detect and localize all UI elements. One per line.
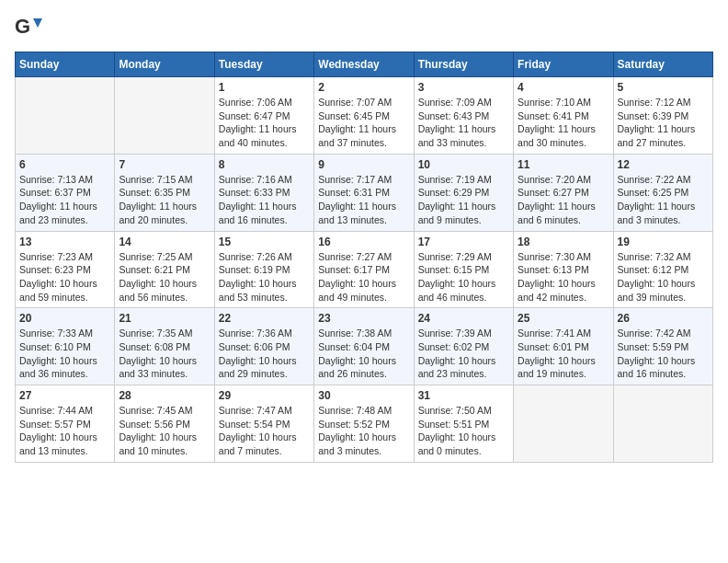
calendar-week-row: 1Sunrise: 7:06 AMSunset: 6:47 PMDaylight… bbox=[16, 77, 713, 155]
calendar-cell: 8Sunrise: 7:16 AMSunset: 6:33 PMDaylight… bbox=[214, 154, 313, 231]
day-number: 18 bbox=[518, 236, 609, 248]
calendar-cell: 26Sunrise: 7:42 AMSunset: 5:59 PMDayligh… bbox=[613, 308, 712, 385]
calendar-cell: 11Sunrise: 7:20 AMSunset: 6:27 PMDayligh… bbox=[514, 154, 613, 231]
calendar-week-row: 6Sunrise: 7:13 AMSunset: 6:37 PMDaylight… bbox=[16, 154, 713, 231]
day-detail: Sunrise: 7:45 AMSunset: 5:56 PMDaylight:… bbox=[119, 404, 210, 458]
calendar-week-row: 13Sunrise: 7:23 AMSunset: 6:23 PMDayligh… bbox=[16, 231, 713, 308]
day-number: 27 bbox=[19, 389, 110, 402]
day-detail: Sunrise: 7:29 AMSunset: 6:15 PMDaylight:… bbox=[418, 250, 509, 304]
day-number: 13 bbox=[19, 236, 110, 248]
calendar-cell: 5Sunrise: 7:12 AMSunset: 6:39 PMDaylight… bbox=[613, 77, 712, 155]
day-detail: Sunrise: 7:48 AMSunset: 5:52 PMDaylight:… bbox=[318, 404, 409, 458]
day-number: 1 bbox=[219, 81, 310, 94]
day-number: 9 bbox=[318, 158, 409, 171]
day-number: 28 bbox=[119, 389, 210, 402]
weekday-header: Friday bbox=[514, 52, 613, 77]
calendar-cell: 10Sunrise: 7:19 AMSunset: 6:29 PMDayligh… bbox=[414, 154, 513, 231]
day-number: 22 bbox=[219, 312, 310, 325]
calendar-cell: 20Sunrise: 7:33 AMSunset: 6:10 PMDayligh… bbox=[16, 308, 115, 385]
calendar-cell: 28Sunrise: 7:45 AMSunset: 5:56 PMDayligh… bbox=[115, 385, 214, 463]
calendar-cell: 16Sunrise: 7:27 AMSunset: 6:17 PMDayligh… bbox=[314, 231, 414, 308]
day-detail: Sunrise: 7:26 AMSunset: 6:19 PMDaylight:… bbox=[219, 250, 310, 304]
calendar-cell: 31Sunrise: 7:50 AMSunset: 5:51 PMDayligh… bbox=[414, 385, 513, 463]
calendar-header: SundayMondayTuesdayWednesdayThursdayFrid… bbox=[16, 52, 713, 77]
day-detail: Sunrise: 7:42 AMSunset: 5:59 PMDaylight:… bbox=[618, 327, 709, 381]
day-detail: Sunrise: 7:41 AMSunset: 6:01 PMDaylight:… bbox=[518, 327, 609, 381]
calendar-cell: 17Sunrise: 7:29 AMSunset: 6:15 PMDayligh… bbox=[414, 231, 513, 308]
weekday-row: SundayMondayTuesdayWednesdayThursdayFrid… bbox=[16, 52, 713, 77]
day-number: 31 bbox=[418, 389, 509, 402]
day-number: 8 bbox=[219, 158, 310, 171]
day-number: 4 bbox=[518, 81, 609, 94]
day-number: 10 bbox=[418, 158, 509, 171]
calendar-cell: 7Sunrise: 7:15 AMSunset: 6:35 PMDaylight… bbox=[115, 154, 214, 231]
day-number: 14 bbox=[119, 236, 210, 248]
day-number: 11 bbox=[518, 158, 609, 171]
calendar-cell: 9Sunrise: 7:17 AMSunset: 6:31 PMDaylight… bbox=[314, 154, 414, 231]
day-number: 26 bbox=[618, 312, 709, 325]
day-detail: Sunrise: 7:32 AMSunset: 6:12 PMDaylight:… bbox=[618, 250, 709, 304]
calendar-cell: 23Sunrise: 7:38 AMSunset: 6:04 PMDayligh… bbox=[314, 308, 414, 385]
day-detail: Sunrise: 7:35 AMSunset: 6:08 PMDaylight:… bbox=[119, 327, 210, 381]
calendar-cell: 15Sunrise: 7:26 AMSunset: 6:19 PMDayligh… bbox=[214, 231, 313, 308]
day-number: 30 bbox=[318, 389, 409, 402]
day-number: 17 bbox=[418, 236, 509, 248]
day-detail: Sunrise: 7:06 AMSunset: 6:47 PMDaylight:… bbox=[219, 96, 310, 150]
day-number: 23 bbox=[318, 312, 409, 325]
calendar-table: SundayMondayTuesdayWednesdayThursdayFrid… bbox=[15, 52, 713, 463]
calendar-cell: 2Sunrise: 7:07 AMSunset: 6:45 PMDaylight… bbox=[314, 77, 414, 155]
calendar-cell bbox=[514, 385, 613, 463]
day-detail: Sunrise: 7:38 AMSunset: 6:04 PMDaylight:… bbox=[318, 327, 409, 381]
day-detail: Sunrise: 7:15 AMSunset: 6:35 PMDaylight:… bbox=[119, 173, 210, 227]
page-header: G bbox=[15, 15, 713, 42]
day-number: 29 bbox=[219, 389, 310, 402]
day-detail: Sunrise: 7:12 AMSunset: 6:39 PMDaylight:… bbox=[618, 96, 709, 150]
calendar-cell: 14Sunrise: 7:25 AMSunset: 6:21 PMDayligh… bbox=[115, 231, 214, 308]
day-detail: Sunrise: 7:33 AMSunset: 6:10 PMDaylight:… bbox=[19, 327, 110, 381]
weekday-header: Thursday bbox=[414, 52, 513, 77]
calendar-cell: 25Sunrise: 7:41 AMSunset: 6:01 PMDayligh… bbox=[514, 308, 613, 385]
logo: G bbox=[15, 15, 44, 42]
calendar-cell: 1Sunrise: 7:06 AMSunset: 6:47 PMDaylight… bbox=[214, 77, 313, 155]
day-number: 20 bbox=[19, 312, 110, 325]
weekday-header: Saturday bbox=[613, 52, 712, 77]
day-detail: Sunrise: 7:10 AMSunset: 6:41 PMDaylight:… bbox=[518, 96, 609, 150]
calendar-week-row: 27Sunrise: 7:44 AMSunset: 5:57 PMDayligh… bbox=[16, 385, 713, 463]
weekday-header: Wednesday bbox=[314, 52, 414, 77]
day-number: 6 bbox=[19, 158, 110, 171]
calendar-cell: 19Sunrise: 7:32 AMSunset: 6:12 PMDayligh… bbox=[613, 231, 712, 308]
day-detail: Sunrise: 7:36 AMSunset: 6:06 PMDaylight:… bbox=[219, 327, 310, 381]
calendar-cell: 12Sunrise: 7:22 AMSunset: 6:25 PMDayligh… bbox=[613, 154, 712, 231]
weekday-header: Monday bbox=[115, 52, 214, 77]
day-number: 15 bbox=[219, 236, 310, 248]
logo-icon: G bbox=[15, 15, 42, 42]
calendar-cell: 4Sunrise: 7:10 AMSunset: 6:41 PMDaylight… bbox=[514, 77, 613, 155]
weekday-header: Sunday bbox=[16, 52, 115, 77]
day-detail: Sunrise: 7:27 AMSunset: 6:17 PMDaylight:… bbox=[318, 250, 409, 304]
day-number: 24 bbox=[418, 312, 509, 325]
day-number: 21 bbox=[119, 312, 210, 325]
calendar-cell bbox=[16, 77, 115, 155]
day-detail: Sunrise: 7:20 AMSunset: 6:27 PMDaylight:… bbox=[518, 173, 609, 227]
calendar-cell: 27Sunrise: 7:44 AMSunset: 5:57 PMDayligh… bbox=[16, 385, 115, 463]
calendar-cell: 3Sunrise: 7:09 AMSunset: 6:43 PMDaylight… bbox=[414, 77, 513, 155]
day-detail: Sunrise: 7:07 AMSunset: 6:45 PMDaylight:… bbox=[318, 96, 409, 150]
calendar-body: 1Sunrise: 7:06 AMSunset: 6:47 PMDaylight… bbox=[16, 77, 713, 463]
day-detail: Sunrise: 7:25 AMSunset: 6:21 PMDaylight:… bbox=[119, 250, 210, 304]
calendar-cell: 13Sunrise: 7:23 AMSunset: 6:23 PMDayligh… bbox=[16, 231, 115, 308]
day-detail: Sunrise: 7:47 AMSunset: 5:54 PMDaylight:… bbox=[219, 404, 310, 458]
day-detail: Sunrise: 7:30 AMSunset: 6:13 PMDaylight:… bbox=[518, 250, 609, 304]
calendar-cell: 24Sunrise: 7:39 AMSunset: 6:02 PMDayligh… bbox=[414, 308, 513, 385]
day-detail: Sunrise: 7:39 AMSunset: 6:02 PMDaylight:… bbox=[418, 327, 509, 381]
day-number: 16 bbox=[318, 236, 409, 248]
day-detail: Sunrise: 7:22 AMSunset: 6:25 PMDaylight:… bbox=[618, 173, 709, 227]
day-detail: Sunrise: 7:16 AMSunset: 6:33 PMDaylight:… bbox=[219, 173, 310, 227]
day-number: 5 bbox=[618, 81, 709, 94]
day-detail: Sunrise: 7:23 AMSunset: 6:23 PMDaylight:… bbox=[19, 250, 110, 304]
calendar-cell bbox=[115, 77, 214, 155]
day-detail: Sunrise: 7:17 AMSunset: 6:31 PMDaylight:… bbox=[318, 173, 409, 227]
day-number: 7 bbox=[119, 158, 210, 171]
calendar-cell: 18Sunrise: 7:30 AMSunset: 6:13 PMDayligh… bbox=[514, 231, 613, 308]
svg-text:G: G bbox=[15, 15, 30, 38]
calendar-cell: 22Sunrise: 7:36 AMSunset: 6:06 PMDayligh… bbox=[214, 308, 313, 385]
